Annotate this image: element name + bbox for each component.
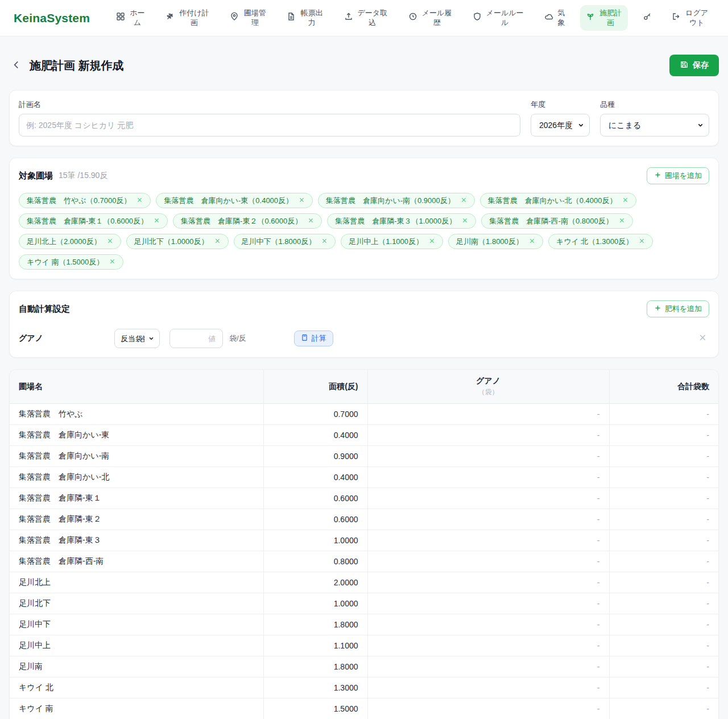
row-area: 1.8000	[263, 656, 367, 677]
table-row: 足川中下1.8000--	[10, 614, 718, 635]
nav-item-label: 作付け計画	[179, 9, 210, 28]
field-chip-label: 足川北上（2.0000反）	[27, 237, 101, 247]
document-icon	[287, 12, 296, 24]
field-chip: キウイ 北（1.3000反）	[548, 234, 653, 249]
remove-fertilizer-button[interactable]	[696, 331, 709, 346]
variety-label: 品種	[600, 100, 709, 110]
chip-remove-button[interactable]	[154, 217, 160, 225]
row-guano: -	[367, 656, 609, 677]
field-chip: キウイ 南（1.5000反）	[19, 254, 123, 270]
row-guano: -	[367, 488, 609, 509]
table-row: 足川中上1.1000--	[10, 635, 718, 656]
chip-remove-button[interactable]	[622, 196, 628, 205]
nav-item-label: ホーム	[129, 9, 146, 28]
field-chip-label: 集落営農 倉庫隣-西-南（0.8000反）	[489, 216, 613, 226]
row-total-bags: -	[609, 677, 718, 699]
add-fertilizer-button[interactable]: 肥料を追加	[647, 300, 709, 317]
nav-item-fertilization-plan[interactable]: 施肥計画	[580, 5, 628, 31]
nav-item-mail-rules[interactable]: メールルール	[467, 5, 530, 31]
field-chip-label: 集落営農 倉庫隣-東１（0.6000反）	[27, 216, 148, 226]
year-select[interactable]: 2026年度	[531, 114, 590, 137]
chip-remove-button[interactable]	[639, 237, 645, 246]
field-chip-label: 集落営農 倉庫隣-東３（1.0000反）	[335, 216, 456, 226]
plus-icon	[654, 171, 661, 180]
row-total-bags: -	[609, 551, 718, 572]
back-button[interactable]	[9, 57, 24, 74]
row-guano: -	[367, 551, 609, 572]
close-icon	[639, 237, 645, 246]
chip-remove-button[interactable]	[109, 258, 115, 266]
row-area: 1.5000	[263, 699, 367, 719]
year-label: 年度	[531, 100, 590, 110]
nav-item-logout[interactable]: ログアウト	[666, 5, 714, 31]
nav-item-report-output[interactable]: 帳票出力	[281, 5, 329, 31]
nav-item-weather[interactable]: 気象	[539, 5, 571, 31]
calculate-button[interactable]: 計算	[294, 330, 333, 346]
field-chip-label: 足川北下（1.0000反）	[134, 237, 209, 247]
field-chip: 足川中上（1.1000反）	[341, 234, 443, 249]
chip-remove-button[interactable]	[321, 237, 328, 246]
history-clock-icon	[408, 12, 417, 24]
header-guano-unit: （袋）	[377, 387, 600, 397]
plan-name-input[interactable]	[19, 114, 520, 137]
row-total-bags: -	[609, 593, 718, 614]
close-icon	[622, 196, 628, 205]
field-chip: 足川北上（2.0000反）	[19, 234, 121, 249]
nav-item-label: データ取込	[357, 9, 388, 28]
row-area: 1.1000	[263, 635, 367, 656]
close-icon	[136, 196, 143, 205]
chip-remove-button[interactable]	[461, 196, 467, 205]
row-total-bags: -	[609, 488, 718, 509]
chip-remove-button[interactable]	[107, 237, 113, 246]
nav-item-label: 圃場管理	[243, 9, 267, 28]
row-field-name: 集落営農 倉庫向かい-南	[10, 446, 263, 467]
target-fields-summary: 15筆 /15.90反	[59, 171, 107, 181]
row-area: 0.4000	[263, 467, 367, 488]
variety-select[interactable]: にこまる	[600, 114, 709, 137]
chip-remove-button[interactable]	[529, 237, 535, 246]
row-area: 2.0000	[263, 572, 367, 593]
calc-value-input[interactable]	[169, 329, 223, 348]
brand-logo[interactable]: KeinaSystem	[14, 11, 90, 25]
wheat-icon	[166, 12, 175, 24]
row-guano: -	[367, 677, 609, 699]
nav-item-key[interactable]	[637, 9, 657, 27]
header-guano-name: グアノ	[476, 376, 500, 385]
nav-item-label: メールルール	[486, 9, 524, 28]
nav-item-list: ホーム 作付け計画 圃場管理 帳票出力 データ取込 メール履歴 メールルール	[110, 5, 714, 31]
chip-remove-button[interactable]	[214, 237, 221, 246]
table-header-row: 圃場名 面積(反) グアノ （袋） 合計袋数	[10, 370, 718, 404]
chip-remove-button[interactable]	[136, 196, 143, 205]
nav-item-data-import[interactable]: データ取込	[338, 5, 394, 31]
row-guano: -	[367, 509, 609, 530]
nav-item-cropping-plan[interactable]: 作付け計画	[160, 5, 216, 31]
calc-mode-select[interactable]: 反当袋数	[114, 329, 160, 348]
row-area: 1.3000	[263, 677, 367, 699]
calc-unit-label: 袋/反	[229, 333, 246, 344]
chip-remove-button[interactable]	[299, 196, 305, 205]
close-icon	[698, 333, 707, 344]
chip-remove-button[interactable]	[429, 237, 435, 246]
chip-remove-button[interactable]	[308, 217, 314, 225]
row-field-name: 足川中下	[10, 614, 263, 635]
row-total-bags: -	[609, 530, 718, 551]
close-icon	[461, 196, 467, 205]
table-row: 集落営農 倉庫隣-東１0.6000--	[10, 488, 718, 509]
row-guano: -	[367, 446, 609, 467]
row-total-bags: -	[609, 425, 718, 446]
chip-remove-button[interactable]	[619, 217, 625, 225]
chip-remove-button[interactable]	[462, 217, 468, 225]
save-button[interactable]: 保存	[669, 55, 719, 76]
target-fields-title: 対象圃場	[19, 171, 53, 181]
add-field-button[interactable]: 圃場を追加	[647, 167, 709, 184]
nav-item-mail-history[interactable]: メール履歴	[403, 5, 458, 31]
fields-table: 圃場名 面積(反) グアノ （袋） 合計袋数 集落営農 竹やぶ0.7000--集…	[10, 370, 718, 719]
row-field-name: 集落営農 倉庫隣-東３	[10, 530, 263, 551]
calculate-button-label: 計算	[312, 333, 326, 344]
close-icon	[107, 237, 113, 246]
field-chip-label: 集落営農 竹やぶ（0.7000反）	[27, 196, 131, 206]
nav-item-field-management[interactable]: 圃場管理	[224, 5, 272, 31]
row-field-name: 足川中上	[10, 635, 263, 656]
nav-item-home[interactable]: ホーム	[110, 5, 151, 31]
auto-calc-title: 自動計算設定	[19, 304, 70, 315]
